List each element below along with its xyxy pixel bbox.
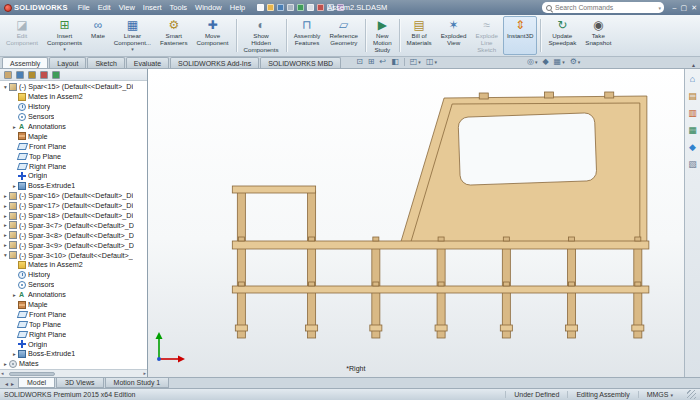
graphics-area[interactable]: *Right [148, 69, 684, 377]
show-hidden-components-button[interactable]: ◐ShowHiddenComponents [240, 16, 283, 55]
tree-item[interactable]: ▸Annotations [0, 290, 147, 300]
new-motion-study-button[interactable]: ▶NewMotionStudy [369, 16, 396, 55]
appearances-scenes-icon[interactable]: ◆ [689, 142, 696, 152]
print-icon[interactable] [287, 4, 294, 11]
collapse-arrow-icon[interactable]: ▸ [2, 361, 9, 367]
expand-arrow-icon[interactable]: ▾ [2, 84, 9, 90]
collapse-arrow-icon[interactable]: ▸ [2, 203, 9, 209]
chevron-down-icon[interactable]: ▾ [658, 5, 661, 11]
tree-item[interactable]: Maple [0, 131, 147, 141]
collapse-arrow-icon[interactable]: ▸ [2, 232, 9, 238]
minimize-icon[interactable]: – [673, 4, 677, 11]
hide-show-items-icon[interactable]: ◎▾ [527, 58, 538, 66]
collapse-arrow-icon[interactable]: ▸ [11, 292, 18, 298]
take-snapshot-button[interactable]: ◉TakeSnapshot [581, 16, 615, 55]
tree-item[interactable]: ▾(-) Spar-3<10> (Default<<Default>_ [0, 250, 147, 260]
tab-solidworks-mbd[interactable]: SOLIDWORKS MBD [260, 57, 341, 68]
collapse-arrow-icon[interactable]: ▸ [2, 242, 9, 248]
solidworks-resources-icon[interactable]: ⌂ [690, 74, 695, 84]
tree-item[interactable]: Mates in Assem2 [0, 92, 147, 102]
smart-fasteners-button[interactable]: ⚙SmartFasteners [156, 16, 192, 55]
resize-grip[interactable] [687, 390, 696, 399]
explode-line-sketch-button[interactable]: ≈ExplodeLineSketch [472, 16, 502, 55]
menu-insert[interactable]: Insert [139, 3, 166, 12]
tree-item[interactable]: Sensors [0, 280, 147, 290]
tree-item[interactable]: ▸(-) Spar-3<8> (Default<<Default>_D [0, 230, 147, 240]
tree-item[interactable]: ▸Boss-Extrude1 [0, 349, 147, 359]
tab-solidworks-add-ins[interactable]: SOLIDWORKS Add-Ins [170, 57, 259, 68]
save-icon[interactable] [277, 4, 284, 11]
tab-evaluate[interactable]: Evaluate [126, 57, 169, 68]
bill-of-materials-button[interactable]: ▤Bill ofMaterials [403, 16, 436, 55]
tab-layout[interactable]: Layout [49, 57, 86, 68]
menu-file[interactable]: File [74, 3, 94, 12]
tree-item[interactable]: Top Plane [0, 319, 147, 329]
tree-item[interactable]: ▾(-) Spar<15> (Default<<Default>_Di [0, 82, 147, 92]
scroll-left-icon[interactable]: ◂ [1, 371, 4, 376]
zoom-fit-icon[interactable]: ⊡ [356, 58, 363, 66]
reference-geometry-button[interactable]: ▱ReferenceGeometry [325, 16, 362, 55]
tree-item[interactable]: Origin [0, 339, 147, 349]
displaymanager-icon[interactable] [52, 71, 60, 79]
tree-item[interactable]: Mates in Assem2 [0, 260, 147, 270]
edit-appearance-icon[interactable]: ◆ [542, 58, 548, 66]
section-view-icon[interactable]: ◧ [391, 58, 399, 66]
file-explorer-icon[interactable]: ▥ [688, 108, 697, 118]
display-style-icon[interactable]: ◫▾ [426, 58, 437, 66]
menu-help[interactable]: Help [226, 3, 249, 12]
assembly-model[interactable] [148, 69, 684, 377]
tree-item[interactable]: Top Plane [0, 151, 147, 161]
tree-item[interactable]: Front Plane [0, 309, 147, 319]
exploded-view-button[interactable]: ✶ExplodedView [437, 16, 471, 55]
collapse-arrow-icon[interactable]: ▸ [11, 351, 18, 357]
tree-item[interactable]: Right Plane [0, 329, 147, 339]
mate-button[interactable]: ∞Mate [87, 16, 109, 55]
view-palette-icon[interactable]: ▦ [688, 125, 697, 135]
tree-item[interactable]: Right Plane [0, 161, 147, 171]
tree-item[interactable]: History [0, 102, 147, 112]
tree-item[interactable]: ▸Boss-Extrude1 [0, 181, 147, 191]
select-icon[interactable] [307, 4, 314, 11]
view-orientation-icon[interactable]: ◰▾ [410, 58, 421, 66]
search-input[interactable] [555, 3, 656, 12]
linear-component-pattern-button[interactable]: ▦LinearComponent...▾ [110, 16, 155, 55]
maximize-icon[interactable]: ▢ [681, 4, 688, 11]
dimxpertmanager-icon[interactable] [40, 71, 48, 79]
collapse-ribbon-icon[interactable]: ▴ [689, 61, 698, 68]
tree-item[interactable]: ▸(-) Spar<17> (Default<<Default>_Di [0, 201, 147, 211]
tree-item[interactable]: Maple [0, 300, 147, 310]
zoom-area-icon[interactable]: ⊞ [368, 58, 375, 66]
tab-scroll-left-icon[interactable]: ◂ [5, 380, 8, 387]
tree-item[interactable]: ▸Mates [0, 359, 147, 369]
tree-item[interactable]: ▸(-) Spar-3<9> (Default<<Default>_D [0, 240, 147, 250]
menu-window[interactable]: Window [191, 3, 226, 12]
collapse-arrow-icon[interactable]: ▸ [11, 124, 18, 130]
scroll-right-icon[interactable]: ▸ [143, 371, 146, 376]
collapse-arrow-icon[interactable]: ▸ [2, 222, 9, 228]
featuremanager-tree-icon[interactable] [4, 71, 12, 79]
collapse-arrow-icon[interactable]: ▸ [2, 193, 9, 199]
menu-tools[interactable]: Tools [166, 3, 192, 12]
move-component-button[interactable]: ✚MoveComponent [193, 16, 233, 55]
design-library-icon[interactable]: ▤ [688, 91, 697, 101]
close-icon[interactable]: ✕ [691, 4, 697, 11]
tree-horizontal-scrollbar[interactable]: ◂ ▸ [0, 369, 147, 377]
rebuild-icon[interactable] [317, 4, 324, 11]
menu-view[interactable]: View [115, 3, 139, 12]
undo-icon[interactable] [297, 4, 304, 11]
new-document-icon[interactable] [257, 4, 264, 11]
assembly-features-button[interactable]: ⊓AssemblyFeatures [290, 16, 325, 55]
status-mmgs[interactable]: MMGS▾ [638, 391, 681, 398]
menu-edit[interactable]: Edit [94, 3, 115, 12]
scrollbar-thumb[interactable] [9, 372, 55, 376]
tree-item[interactable]: History [0, 270, 147, 280]
tree-item[interactable]: Front Plane [0, 141, 147, 151]
doc-tab-motion-study-1[interactable]: Motion Study 1 [105, 378, 170, 388]
doc-tab-model[interactable]: Model [18, 378, 55, 388]
tree-item[interactable]: ▸(-) Spar<16> (Default<<Default>_Di [0, 191, 147, 201]
configurationmanager-icon[interactable] [28, 71, 36, 79]
edit-component-button[interactable]: ◪EditComponent [2, 16, 42, 55]
tab-sketch[interactable]: Sketch [87, 57, 124, 68]
collapse-arrow-icon[interactable]: ▸ [11, 183, 18, 189]
tree-item[interactable]: Origin [0, 171, 147, 181]
